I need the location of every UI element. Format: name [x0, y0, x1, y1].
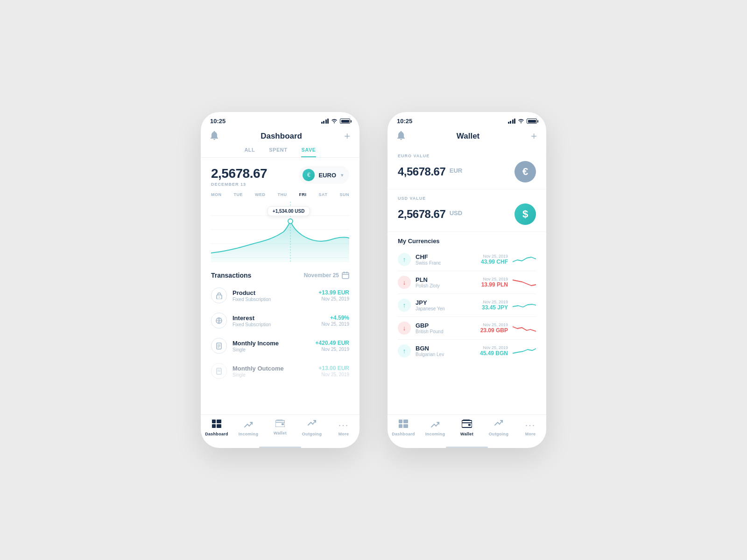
curr-value-jpy: 33.45 JPY — [464, 304, 508, 311]
arrow-down-gbp: ↓ — [398, 322, 411, 335]
calendar-icon — [342, 272, 349, 279]
amount-date: DECEMBER 13 — [211, 182, 267, 187]
doc-icon — [211, 338, 227, 354]
wallet-icon — [275, 420, 285, 429]
mini-chart-pln — [513, 276, 536, 288]
eur-amount: 4,5678.67 — [398, 165, 445, 178]
transaction-interest[interactable]: Interest Fixed Subscription +4.59% Nov 2… — [201, 308, 359, 333]
lock-icon — [211, 287, 227, 303]
tx-name-interest: Interest — [233, 315, 316, 322]
nav-w-incoming[interactable]: Incoming — [423, 420, 447, 436]
nav-label-w-more: More — [525, 432, 536, 436]
day-fri: FRI — [299, 192, 307, 197]
curr-date-gbp: Nov 25, 2019 — [464, 322, 508, 327]
mini-chart-gbp — [513, 322, 536, 334]
add-icon-2[interactable]: + — [531, 130, 537, 142]
status-bar: 10:25 — [201, 112, 359, 127]
tab-spent[interactable]: SPENT — [269, 147, 287, 157]
tab-all[interactable]: ALL — [244, 147, 255, 157]
svg-rect-25 — [282, 423, 284, 425]
tx-sub-interest: Fixed Subscription — [233, 322, 316, 327]
currency-gbp[interactable]: ↓ GBP British Pound Nov 25, 2019 23.09 G… — [398, 317, 536, 340]
transaction-income[interactable]: Monthly Income Single +420.49 EUR Nov 25… — [201, 333, 359, 358]
curr-sub-bgn: Bulgarian Lev — [416, 352, 459, 357]
tx-sub-product: Fixed Subscription — [233, 297, 313, 302]
svg-rect-23 — [217, 420, 221, 423]
nav-w-outgoing[interactable]: Outgoing — [487, 420, 510, 436]
nav-outgoing[interactable]: Outgoing — [300, 420, 324, 436]
nav-w-wallet[interactable]: Wallet — [455, 420, 479, 436]
chart: +1,534.00 USD — [211, 202, 349, 264]
usd-circle-icon: $ — [514, 203, 536, 225]
amount-section: 2,5678.67 DECEMBER 13 € EURO ▾ — [201, 158, 359, 192]
tab-save[interactable]: SAVE — [301, 147, 316, 157]
transaction-product[interactable]: Product Fixed Subscription +13.99 EUR No… — [201, 283, 359, 308]
nav-label-w-wallet: Wallet — [460, 432, 473, 436]
usd-amount: 2,5678.67 — [398, 208, 445, 220]
bell-icon-2[interactable] — [397, 131, 405, 142]
currency-bgn[interactable]: ↑ BGN Bulgarian Lev Nov 25, 2019 45.49 B… — [398, 340, 536, 362]
svg-rect-28 — [403, 424, 408, 428]
curr-sub-gbp: British Pound — [416, 329, 459, 334]
tx-name-income: Monthly Income — [233, 340, 310, 347]
curr-sub-jpy: Japanese Yen — [416, 306, 459, 311]
tabs: ALL SPENT SAVE — [201, 147, 359, 158]
svg-rect-29 — [403, 420, 408, 423]
currency-selector[interactable]: € EURO ▾ — [299, 166, 349, 184]
tx-date-interest: Nov 25, 2019 — [322, 322, 350, 327]
bottom-nav: Dashboard Incoming Wallet Outgoing ··· M… — [201, 414, 359, 444]
curr-sub-chf: Swiss Franc — [416, 260, 459, 266]
curr-date-jpy: Nov 25, 2019 — [464, 300, 508, 304]
svg-point-5 — [288, 219, 293, 224]
currency-chf[interactable]: ↑ CHF Swiss Franc Nov 25, 2019 43.99 CHF — [398, 248, 536, 271]
transactions-header: Transactions November 25 — [201, 266, 359, 283]
nav-label-more: More — [338, 432, 349, 436]
eur-section: EURO VALUE 4,5678.67 EUR € — [388, 147, 546, 189]
nav-w-more[interactable]: ··· More — [519, 420, 542, 436]
svg-rect-22 — [217, 424, 221, 428]
battery-icon-2 — [527, 119, 537, 124]
nav-dashboard[interactable]: Dashboard — [205, 420, 228, 436]
arrow-up-bgn: ↑ — [398, 344, 411, 357]
main-amount: 2,5678.67 — [211, 166, 267, 181]
usd-currency: USD — [450, 210, 462, 217]
usd-section: USD VALUE 2,5678.67 USD $ — [388, 189, 546, 232]
nav-label-wallet: Wallet — [274, 431, 287, 435]
currency-label: EURO — [318, 172, 336, 179]
nav-wallet[interactable]: Wallet — [268, 420, 292, 436]
add-icon[interactable]: + — [344, 130, 350, 142]
currency-jpy[interactable]: ↑ JPY Japanese Yen Nov 25, 2019 33.45 JP… — [398, 294, 536, 317]
status-icons — [321, 118, 351, 125]
mini-chart-chf — [513, 253, 536, 266]
bottom-nav-wallet: Dashboard Incoming Wallet Outgoing ··· M… — [388, 414, 546, 444]
status-icons-2 — [508, 118, 537, 125]
chart-days: MON TUE WED THU FRI SAT SUN — [211, 192, 349, 197]
dashboard-icon-w — [399, 420, 408, 430]
home-indicator — [259, 447, 301, 448]
signal-icon-2 — [508, 119, 516, 124]
nav-more[interactable]: ··· More — [332, 420, 355, 436]
wallet-header: Wallet + — [388, 127, 546, 147]
globe-icon — [211, 313, 227, 329]
curr-sub-pln: Polish Zloty — [416, 283, 459, 288]
battery-icon — [340, 119, 350, 124]
currency-pln[interactable]: ↓ PLN Polish Zloty Nov 25, 2019 13.99 PL… — [398, 271, 536, 294]
outgoing-icon-w — [494, 420, 503, 430]
nav-incoming[interactable]: Incoming — [237, 420, 260, 436]
wallet-page-title: Wallet — [457, 132, 479, 141]
arrow-up-jpy: ↑ — [398, 299, 411, 312]
svg-rect-20 — [212, 424, 216, 428]
transaction-outcome[interactable]: Monthly Outcome Single +13.00 EUR Nov 25… — [201, 358, 359, 384]
nav-label-dashboard: Dashboard — [205, 432, 228, 436]
more-icon-w: ··· — [525, 420, 536, 430]
eur-currency: EUR — [450, 167, 462, 174]
page-title: Dashboard — [261, 132, 302, 141]
nav-label-w-outgoing: Outgoing — [489, 432, 508, 436]
tx-amount-interest: +4.59% — [322, 315, 350, 321]
doc2-icon — [211, 363, 227, 379]
bell-icon[interactable] — [210, 131, 218, 142]
wallet-icon-w — [462, 420, 472, 430]
nav-w-dashboard[interactable]: Dashboard — [392, 420, 415, 436]
nav-label-outgoing: Outgoing — [302, 432, 322, 436]
transactions-date: November 25 — [304, 272, 349, 279]
